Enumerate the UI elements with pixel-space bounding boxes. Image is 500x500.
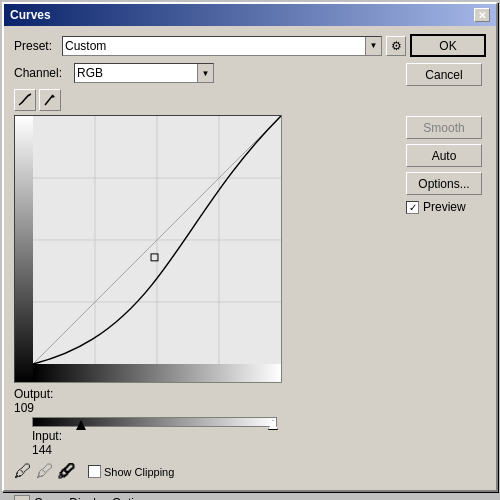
svg-line-0	[45, 95, 53, 105]
curve-tool-button[interactable]	[14, 89, 36, 111]
title-bar: Curves ✕	[4, 4, 496, 26]
output-section: Output: 109	[14, 387, 53, 415]
ok-button[interactable]: OK	[410, 34, 486, 57]
channel-area: Channel: RGB Red Green Blue ▼	[14, 63, 398, 89]
smooth-button[interactable]: Smooth	[406, 116, 482, 139]
output-value: 109	[14, 401, 53, 415]
dropper-clipping-row: 🖊 🖊 🖊 Show Clipping	[14, 461, 398, 482]
channel-select[interactable]: RGB Red Green Blue	[74, 63, 214, 83]
tools-row	[14, 89, 398, 111]
show-clipping-label: Show Clipping	[104, 466, 174, 478]
input-value: 144	[32, 443, 398, 457]
window-title: Curves	[10, 8, 51, 22]
white-dropper-button[interactable]: 🖊	[58, 461, 76, 482]
preview-row: ✓ Preview	[406, 200, 486, 214]
preview-label: Preview	[423, 200, 466, 214]
options-button[interactable]: Options...	[406, 172, 482, 195]
slider-row	[14, 417, 398, 427]
black-point-handle[interactable]	[76, 420, 86, 430]
left-panel: Output: 109 Input: 144	[14, 89, 398, 482]
output-label: Output:	[14, 387, 53, 401]
channel-row: Channel: RGB Red Green Blue ▼	[14, 63, 398, 83]
pencil-tool-button[interactable]	[39, 89, 61, 111]
graph-svg	[33, 116, 281, 364]
output-gradient	[15, 116, 33, 382]
show-clipping-section: Show Clipping	[88, 465, 174, 478]
show-clipping-checkbox[interactable]	[88, 465, 101, 478]
curves-dialog: Curves ✕ Preset: Custom Default Medium C…	[2, 2, 498, 492]
channel-cancel-row: Channel: RGB Red Green Blue ▼ Cancel	[14, 63, 486, 89]
preset-row: Preset: Custom Default Medium Contrast S…	[14, 34, 486, 57]
expand-icon: ▶	[14, 495, 30, 500]
black-dropper-button[interactable]: 🖊	[14, 461, 32, 482]
input-slider[interactable]	[32, 417, 277, 427]
input-gradient	[33, 364, 281, 382]
white-point-handle[interactable]	[268, 420, 278, 430]
curve-display-options-row[interactable]: ▶ Curve Display Options	[14, 490, 486, 500]
preset-select-wrapper: Custom Default Medium Contrast Strong Co…	[62, 36, 382, 56]
preview-checkbox[interactable]: ✓	[406, 201, 419, 214]
input-section: Input: 144	[32, 429, 398, 457]
gray-dropper-button[interactable]: 🖊	[36, 461, 54, 482]
output-input-row: Output: 109	[14, 387, 398, 415]
input-label: Input:	[32, 429, 398, 443]
curves-graph[interactable]	[14, 115, 282, 383]
dialog-content: Preset: Custom Default Medium Contrast S…	[4, 26, 496, 500]
preset-label: Preset:	[14, 39, 52, 53]
curve-display-label: Curve Display Options	[34, 496, 153, 500]
right-panel: Smooth Auto Options... ✓ Preview	[406, 89, 486, 482]
channel-label: Channel:	[14, 66, 62, 80]
channel-select-wrapper: RGB Red Green Blue ▼	[74, 63, 214, 83]
preset-settings-icon[interactable]: ⚙	[386, 36, 406, 56]
auto-button[interactable]: Auto	[406, 144, 482, 167]
right-buttons-top: Cancel	[406, 63, 486, 89]
preset-select[interactable]: Custom Default Medium Contrast Strong Co…	[62, 36, 382, 56]
cancel-button[interactable]: Cancel	[406, 63, 482, 86]
main-area: Output: 109 Input: 144	[14, 89, 486, 482]
close-button[interactable]: ✕	[474, 8, 490, 22]
graph-inner	[33, 116, 281, 364]
